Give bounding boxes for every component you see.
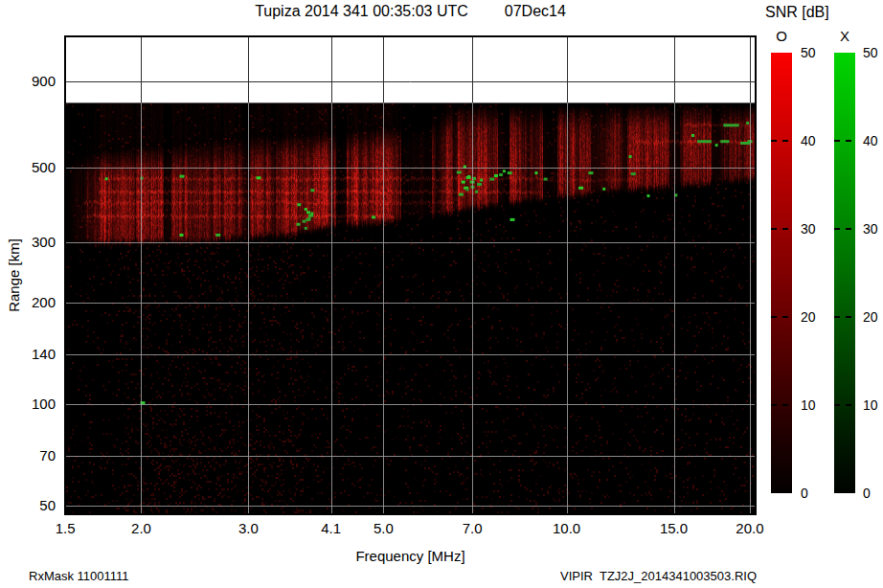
colorbar-tick-dash <box>771 316 792 318</box>
x-tick-label: 15.0 <box>651 520 697 536</box>
o-mode-colorbar <box>771 53 792 493</box>
colorbar-tick-label: 40 <box>801 133 826 148</box>
x-tick-label: 3.0 <box>225 520 271 536</box>
y-tick-label: 200 <box>6 294 56 310</box>
x-axis-title: Frequency [MHz] <box>64 548 757 564</box>
ionogram-view: Tupiza 2014 341 00:35:03 UTC07Dec14 SNR … <box>0 0 883 588</box>
y-tick-label: 100 <box>6 396 56 412</box>
y-tick-label: 140 <box>6 346 56 362</box>
colorbar-tick-dash <box>771 140 792 142</box>
x-tick-label: 20.0 <box>727 520 773 536</box>
colorbar-tick-label: 10 <box>863 397 883 413</box>
colorbar-tick-dash <box>771 228 792 230</box>
colorbar-tick-label: 20 <box>863 309 883 325</box>
colorbar-title: SNR [dB] <box>765 4 829 21</box>
colorbar-tick-dash <box>834 228 855 230</box>
x-tick-label: 7.0 <box>449 520 495 536</box>
ionogram-plot-canvas <box>64 35 757 515</box>
colorbar-tick-dash <box>771 404 792 406</box>
data-file-id-text: VIPIR TZJ2J_2014341003503.RIQ <box>560 569 757 583</box>
colorbar-tick-label: 0 <box>863 486 883 501</box>
x-tick-label: 1.5 <box>42 520 88 536</box>
observation-date: 07Dec14 <box>505 3 566 19</box>
colorbar-tick-dash <box>834 316 855 318</box>
y-tick-label: 300 <box>6 234 56 250</box>
o-mode-label: O <box>771 28 792 44</box>
colorbar-tick-label: 50 <box>801 45 826 60</box>
y-tick-label: 70 <box>6 447 56 464</box>
rx-mask-text: RxMask 11001111 <box>29 569 129 583</box>
x-tick-label: 10.0 <box>544 520 590 536</box>
x-tick-label: 4.1 <box>308 520 354 536</box>
observation-title: Tupiza 2014 341 00:35:03 UTC <box>255 3 468 19</box>
colorbar-tick-dash <box>834 404 855 406</box>
colorbar-tick-label: 0 <box>801 486 826 501</box>
colorbar-tick-label: 50 <box>863 45 883 60</box>
x-tick-label: 5.0 <box>360 520 406 536</box>
y-tick-label: 900 <box>6 73 56 89</box>
x-mode-colorbar <box>834 53 855 493</box>
x-tick-label: 2.0 <box>118 520 164 536</box>
y-tick-label: 50 <box>6 497 56 513</box>
colorbar-tick-label: 30 <box>863 221 883 237</box>
colorbar-tick-dash <box>834 140 855 142</box>
y-tick-label: 500 <box>6 159 56 175</box>
page-title: Tupiza 2014 341 00:35:03 UTC07Dec14 <box>64 3 757 20</box>
colorbar-tick-label: 40 <box>863 133 883 148</box>
x-mode-label: X <box>834 28 855 44</box>
colorbar-tick-label: 20 <box>801 309 826 325</box>
colorbar-tick-label: 10 <box>801 397 826 413</box>
colorbar-tick-label: 30 <box>801 221 826 237</box>
